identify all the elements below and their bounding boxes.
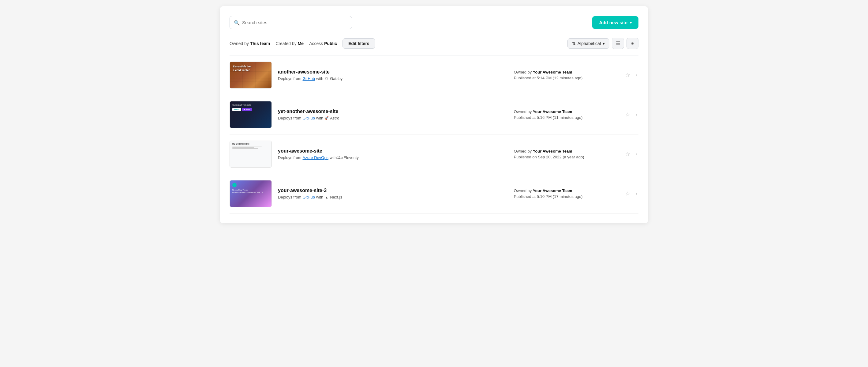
framework-name: Next.js	[330, 195, 342, 199]
thumbnail-lines	[232, 146, 269, 149]
access-filter: Access Public	[309, 41, 337, 46]
framework-name: Eleventy	[343, 155, 359, 160]
site-owner: Owned by Your Awesome Team	[514, 109, 618, 114]
deploy-source-link[interactable]: Azure DevOps	[303, 155, 329, 160]
site-meta-2: Owned by Your Awesome Team Published at …	[514, 109, 618, 120]
deploy-source-link[interactable]: GitHub	[303, 116, 315, 120]
navigate-button[interactable]: ›	[634, 111, 639, 118]
list-view-button[interactable]: ☰	[612, 38, 624, 49]
deploy-source-link[interactable]: GitHub	[303, 195, 315, 199]
add-new-label: Add new site	[599, 20, 627, 25]
site-list: Essentials fora cold winter another-awes…	[229, 55, 639, 214]
site-info-3: your-awesome-site Deploys from Azure Dev…	[278, 148, 508, 160]
eleventy-icon: 11ty	[338, 156, 342, 160]
owned-value: This team	[250, 41, 270, 46]
grid-view-icon: ⊞	[630, 40, 634, 46]
grid-view-button[interactable]: ⊞	[626, 38, 639, 49]
site-info-2: yet-another-awesome-site Deploys from Gi…	[278, 109, 508, 120]
filter-left: Owned by This team Created by Me Access …	[229, 38, 375, 49]
thumbnail-title: My Cool Website	[232, 143, 269, 145]
framework-name: Gatsby	[330, 76, 342, 81]
framework-name: Astro	[330, 116, 339, 120]
site-actions-2: ☆ ›	[624, 110, 639, 119]
sort-button[interactable]: ⇅ Alphabetical ▾	[567, 38, 609, 49]
created-value: Me	[298, 41, 304, 46]
site-name: your-awesome-site	[278, 148, 508, 154]
site-deploy: Deploys from GitHub with ▲ Next.js	[278, 195, 508, 199]
site-deploy: Deploys from GitHub with ⬡ Gatsby	[278, 76, 508, 81]
favorite-button[interactable]: ☆	[624, 149, 631, 159]
thumbnail-text: Next.js Blog ThemeMinimal models for des…	[232, 189, 269, 194]
created-by-filter: Created by Me	[275, 41, 304, 46]
sort-icon: ⇅	[572, 41, 576, 46]
table-row: Next.js Blog ThemeMinimal models for des…	[229, 174, 639, 214]
line-2	[232, 147, 254, 148]
main-container: 🔍 Add new site ▾ Owned by This team Crea…	[220, 6, 648, 223]
filter-right: ⇅ Alphabetical ▾ ☰ ⊞	[567, 38, 639, 49]
site-owner: Owned by Your Awesome Team	[514, 70, 618, 75]
site-owner: Owned by Your Awesome Team	[514, 149, 618, 153]
top-bar: 🔍 Add new site ▾	[229, 16, 639, 29]
sort-label: Alphabetical	[578, 41, 601, 46]
edit-filters-button[interactable]: Edit filters	[342, 38, 375, 49]
astro-logo: ✦ astro	[242, 108, 252, 111]
list-view-icon: ☰	[616, 40, 620, 46]
favorite-button[interactable]: ☆	[624, 70, 631, 80]
site-thumbnail-2: Quickstart Template Netlify ✦ astro	[229, 101, 272, 128]
site-meta-3: Owned by Your Awesome Team Published on …	[514, 149, 618, 159]
chevron-down-icon: ▾	[630, 21, 632, 25]
site-owner: Owned by Your Awesome Team	[514, 189, 618, 193]
site-actions-4: ☆ ›	[624, 189, 639, 198]
thumbnail-label: Quickstart Template	[232, 104, 251, 106]
navigate-button[interactable]: ›	[634, 150, 639, 158]
filter-bar: Owned by This team Created by Me Access …	[229, 38, 639, 49]
search-icon: 🔍	[234, 20, 240, 25]
navigate-button[interactable]: ›	[634, 71, 639, 79]
astro-icon: 🚀	[324, 116, 329, 120]
site-deploy: Deploys from Azure DevOps with 11ty Elev…	[278, 155, 508, 160]
site-name: another-awesome-site	[278, 69, 508, 75]
line-3	[232, 148, 258, 149]
netlify-logo: Netlify	[232, 108, 241, 111]
site-actions-3: ☆ ›	[624, 149, 639, 159]
line-1	[232, 146, 262, 146]
site-info-1: another-awesome-site Deploys from GitHub…	[278, 69, 508, 81]
site-name: yet-another-awesome-site	[278, 109, 508, 114]
access-value: Public	[324, 41, 337, 46]
owned-by-filter: Owned by This team	[229, 41, 270, 46]
thumbnail-logos: Netlify ✦ astro	[232, 108, 252, 111]
add-new-site-button[interactable]: Add new site ▾	[592, 16, 639, 29]
site-actions-1: ☆ ›	[624, 70, 639, 80]
favorite-button[interactable]: ☆	[624, 110, 631, 119]
search-input[interactable]	[229, 16, 352, 29]
thumbnail-dot	[232, 183, 237, 187]
site-thumbnail-1: Essentials fora cold winter	[229, 62, 272, 88]
table-row: Essentials fora cold winter another-awes…	[229, 55, 639, 95]
site-published: Published at 5:16 PM (11 minutes ago)	[514, 115, 618, 120]
site-published: Published on Sep 20, 2022 (a year ago)	[514, 155, 618, 159]
deploy-source-link[interactable]: GitHub	[303, 76, 315, 81]
table-row: Quickstart Template Netlify ✦ astro yet-…	[229, 95, 639, 135]
table-row: My Cool Website your-awesome-site Deploy…	[229, 135, 639, 174]
navigate-button[interactable]: ›	[634, 190, 639, 198]
site-meta-4: Owned by Your Awesome Team Published at …	[514, 189, 618, 199]
site-thumbnail-3: My Cool Website	[229, 141, 272, 168]
thumbnail-text: Essentials fora cold winter	[233, 65, 251, 72]
sort-chevron-icon: ▾	[602, 41, 605, 46]
search-wrap: 🔍	[229, 16, 352, 29]
site-name: your-awesome-site-3	[278, 188, 508, 193]
nextjs-icon: ▲	[324, 195, 329, 199]
site-meta-1: Owned by Your Awesome Team Published at …	[514, 70, 618, 80]
site-deploy: Deploys from GitHub with 🚀 Astro	[278, 116, 508, 120]
site-published: Published at 5:10 PM (17 minutes ago)	[514, 194, 618, 199]
gatsby-icon: ⬡	[324, 77, 329, 81]
site-info-4: your-awesome-site-3 Deploys from GitHub …	[278, 188, 508, 199]
site-published: Published at 5:14 PM (12 minutes ago)	[514, 76, 618, 80]
site-thumbnail-4: Next.js Blog ThemeMinimal models for des…	[229, 180, 272, 207]
favorite-button[interactable]: ☆	[624, 189, 631, 198]
